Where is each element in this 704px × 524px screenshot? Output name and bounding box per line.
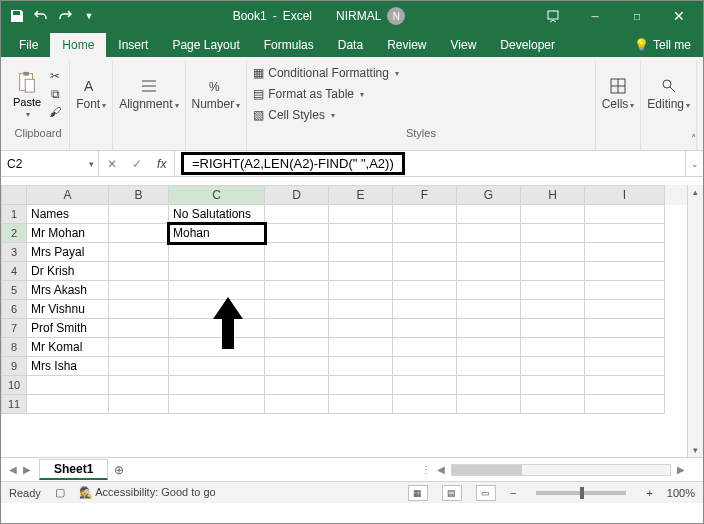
cancel-formula-icon[interactable]: ✕ <box>107 157 117 171</box>
cell-H4[interactable] <box>521 262 585 281</box>
avatar[interactable]: N <box>387 7 405 25</box>
cell-C2[interactable]: Mohan <box>169 224 265 243</box>
cell-C1[interactable]: No Salutations <box>169 205 265 224</box>
copy-icon[interactable]: ⧉ <box>47 86 63 102</box>
cell-C9[interactable] <box>169 357 265 376</box>
cell-B5[interactable] <box>109 281 169 300</box>
column-header[interactable]: C <box>169 185 265 205</box>
cell-I8[interactable] <box>585 338 665 357</box>
paste-button[interactable]: Paste▾ <box>13 70 41 119</box>
tab-formulas[interactable]: Formulas <box>252 33 326 57</box>
cell-F11[interactable] <box>393 395 457 414</box>
cell-F2[interactable] <box>393 224 457 243</box>
page-layout-view-button[interactable]: ▤ <box>442 485 462 501</box>
row-header[interactable]: 2 <box>1 224 27 243</box>
cell-D11[interactable] <box>265 395 329 414</box>
tab-page-layout[interactable]: Page Layout <box>160 33 251 57</box>
cell-G9[interactable] <box>457 357 521 376</box>
cell-E1[interactable] <box>329 205 393 224</box>
zoom-slider[interactable] <box>536 491 626 495</box>
cell-B9[interactable] <box>109 357 169 376</box>
cell-F5[interactable] <box>393 281 457 300</box>
select-all-corner[interactable] <box>1 185 27 205</box>
cell-B3[interactable] <box>109 243 169 262</box>
cell-D2[interactable] <box>265 224 329 243</box>
cell-A11[interactable] <box>27 395 109 414</box>
sheet-nav-next-icon[interactable]: ▶ <box>23 464 31 475</box>
cell-F3[interactable] <box>393 243 457 262</box>
cell-E3[interactable] <box>329 243 393 262</box>
cell-A7[interactable]: Prof Smith <box>27 319 109 338</box>
cell-E5[interactable] <box>329 281 393 300</box>
cell-H11[interactable] <box>521 395 585 414</box>
cell-B10[interactable] <box>109 376 169 395</box>
tab-insert[interactable]: Insert <box>106 33 160 57</box>
cell-I7[interactable] <box>585 319 665 338</box>
zoom-level[interactable]: 100% <box>667 487 695 499</box>
fx-icon[interactable]: fx <box>157 157 166 171</box>
row-header[interactable]: 10 <box>1 376 27 395</box>
format-as-table-button[interactable]: ▤Format as Table▾ <box>253 85 399 104</box>
spreadsheet-grid[interactable]: A B C D E F G H I 1NamesNo Salutations2M… <box>1 177 703 457</box>
cell-G5[interactable] <box>457 281 521 300</box>
row-header[interactable]: 1 <box>1 205 27 224</box>
cell-E4[interactable] <box>329 262 393 281</box>
cell-G2[interactable] <box>457 224 521 243</box>
cell-E6[interactable] <box>329 300 393 319</box>
cell-H2[interactable] <box>521 224 585 243</box>
cell-B11[interactable] <box>109 395 169 414</box>
cell-D1[interactable] <box>265 205 329 224</box>
column-header[interactable]: E <box>329 185 393 205</box>
cell-F10[interactable] <box>393 376 457 395</box>
row-header[interactable]: 7 <box>1 319 27 338</box>
hscroll-left-icon[interactable]: ◀ <box>437 464 445 475</box>
macro-record-icon[interactable]: ▢ <box>55 486 65 499</box>
format-painter-icon[interactable]: 🖌 <box>47 104 63 120</box>
cell-F8[interactable] <box>393 338 457 357</box>
cell-I6[interactable] <box>585 300 665 319</box>
tab-data[interactable]: Data <box>326 33 375 57</box>
column-header[interactable]: A <box>27 185 109 205</box>
number-button[interactable]: % Number▾ <box>192 77 241 111</box>
cell-styles-button[interactable]: ▧Cell Styles▾ <box>253 106 399 125</box>
cut-icon[interactable]: ✂ <box>47 68 63 84</box>
enter-formula-icon[interactable]: ✓ <box>132 157 142 171</box>
normal-view-button[interactable]: ▦ <box>408 485 428 501</box>
redo-icon[interactable] <box>57 8 73 24</box>
hscroll-right-icon[interactable]: ▶ <box>677 464 685 475</box>
qat-customize-icon[interactable]: ▼ <box>81 8 97 24</box>
cell-C11[interactable] <box>169 395 265 414</box>
formula-input[interactable]: =RIGHT(A2,LEN(A2)-FIND(" ",A2)) <box>175 151 685 176</box>
collapse-ribbon-icon[interactable]: ˄ <box>691 133 697 146</box>
cell-D6[interactable] <box>265 300 329 319</box>
cell-I10[interactable] <box>585 376 665 395</box>
cell-D10[interactable] <box>265 376 329 395</box>
cell-E11[interactable] <box>329 395 393 414</box>
sheet-nav-prev-icon[interactable]: ◀ <box>9 464 17 475</box>
column-header[interactable]: B <box>109 185 169 205</box>
cell-A2[interactable]: Mr Mohan <box>27 224 109 243</box>
name-box[interactable]: C2▾ <box>1 151 99 176</box>
cell-A6[interactable]: Mr Vishnu <box>27 300 109 319</box>
cell-B7[interactable] <box>109 319 169 338</box>
row-header[interactable]: 5 <box>1 281 27 300</box>
cell-C10[interactable] <box>169 376 265 395</box>
close-button[interactable]: ✕ <box>659 1 699 31</box>
cell-B1[interactable] <box>109 205 169 224</box>
minimize-button[interactable]: ─ <box>575 1 615 31</box>
save-icon[interactable] <box>9 8 25 24</box>
alignment-button[interactable]: Alignment▾ <box>119 77 178 111</box>
cell-F4[interactable] <box>393 262 457 281</box>
ribbon-options-button[interactable] <box>533 1 573 31</box>
cell-G4[interactable] <box>457 262 521 281</box>
cell-E8[interactable] <box>329 338 393 357</box>
add-sheet-button[interactable]: ⊕ <box>108 463 130 477</box>
cell-H8[interactable] <box>521 338 585 357</box>
cell-B8[interactable] <box>109 338 169 357</box>
cell-E9[interactable] <box>329 357 393 376</box>
cell-A3[interactable]: Mrs Payal <box>27 243 109 262</box>
tab-home[interactable]: Home <box>50 33 106 57</box>
column-header[interactable]: H <box>521 185 585 205</box>
cell-A10[interactable] <box>27 376 109 395</box>
cell-I4[interactable] <box>585 262 665 281</box>
